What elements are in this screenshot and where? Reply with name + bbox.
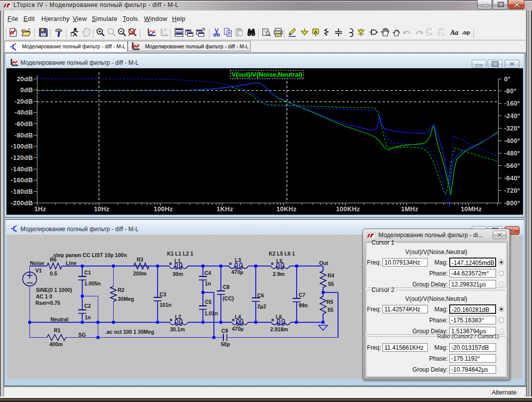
svg-text:55: 55 — [328, 281, 334, 287]
svg-text:K1 L1 L2 1: K1 L1 L2 1 — [167, 251, 193, 257]
svg-text:30.1m: 30.1m — [170, 326, 185, 332]
svg-text:-40dB: -40dB — [14, 109, 33, 116]
svg-text:1Hz: 1Hz — [34, 205, 46, 213]
svg-text:.step param CC LIST 10p 100n: .step param CC LIST 10p 100n — [52, 252, 127, 258]
svg-text:-160°: -160° — [504, 100, 520, 107]
svg-text:L2: L2 — [175, 314, 181, 320]
svg-text:-320°: -320° — [504, 125, 520, 132]
svg-text:1MHz: 1MHz — [401, 205, 418, 213]
svg-text:10KHz: 10KHz — [276, 205, 297, 213]
svg-text:1n: 1n — [205, 280, 211, 286]
svg-text:101n: 101n — [160, 302, 172, 308]
svg-text:V1: V1 — [35, 268, 42, 273]
svg-text:-200dB: -200dB — [10, 199, 33, 207]
svg-text:L4: L4 — [235, 314, 241, 320]
svg-text:L1: L1 — [175, 258, 180, 264]
svg-text:200m: 200m — [133, 270, 147, 276]
svg-text:R3: R3 — [137, 257, 144, 263]
svg-text:0.5: 0.5 — [50, 270, 57, 276]
svg-text:R2: R2 — [118, 287, 125, 293]
svg-text:-80°: -80° — [504, 87, 517, 95]
svg-text:Rser=0.75: Rser=0.75 — [35, 300, 60, 306]
svg-text:K2 L5 L6 1: K2 L5 L6 1 — [269, 251, 295, 257]
svg-text:C1: C1 — [84, 269, 91, 275]
svg-text:-180dB: -180dB — [10, 188, 33, 195]
svg-text:30Meg: 30Meg — [118, 296, 134, 302]
svg-text:2.918m: 2.918m — [270, 326, 288, 332]
svg-text:1.005n: 1.005n — [84, 280, 101, 286]
svg-text:C9: C9 — [221, 328, 228, 334]
svg-text:C2: C2 — [84, 303, 91, 309]
svg-text:470µ: 470µ — [232, 326, 244, 332]
svg-text:100KHz: 100KHz — [336, 205, 360, 213]
svg-text:SINE(0 1 1000): SINE(0 1 1000) — [36, 287, 72, 293]
svg-text:L5: L5 — [276, 258, 282, 264]
svg-text:20dB: 20dB — [16, 75, 33, 83]
svg-text:-560°: -560° — [504, 162, 520, 169]
svg-text:C8: C8 — [223, 284, 230, 290]
svg-text:C4: C4 — [204, 270, 211, 276]
svg-text:-400°: -400° — [504, 137, 520, 144]
svg-text:Neutral: Neutral — [50, 316, 68, 322]
svg-text:400m: 400m — [49, 341, 63, 347]
svg-text:0dB: 0dB — [20, 86, 33, 94]
svg-text:C6: C6 — [257, 292, 264, 298]
svg-text:R4: R4 — [328, 272, 335, 278]
svg-text:-60dB: -60dB — [14, 120, 33, 128]
svg-text:.ac oct 100 1 30Meg: .ac oct 100 1 30Meg — [105, 329, 154, 335]
svg-text:1n: 1n — [85, 314, 91, 320]
svg-text:-160dB: -160dB — [10, 176, 33, 184]
svg-text:2.9m: 2.9m — [273, 271, 285, 277]
svg-text:-800°: -800° — [504, 199, 520, 207]
svg-text:0°: 0° — [504, 75, 511, 83]
svg-text:V(out)/V(Noise,Neutral): V(out)/V(Noise,Neutral) — [231, 71, 302, 78]
svg-text:SG: SG — [78, 332, 86, 338]
svg-text:{CC}: {CC} — [222, 295, 234, 301]
svg-text:55: 55 — [328, 307, 334, 313]
svg-text:C3: C3 — [160, 291, 167, 297]
svg-text:L6: L6 — [276, 314, 282, 320]
svg-text:A: A — [314, 29, 318, 34]
svg-text:470µ: 470µ — [231, 269, 243, 275]
svg-text:100Hz: 100Hz — [154, 205, 173, 213]
svg-text:C7: C7 — [299, 292, 306, 298]
svg-text:AC 1 0: AC 1 0 — [36, 293, 52, 299]
svg-text:-80dB: -80dB — [14, 132, 33, 139]
svg-text:R1: R1 — [54, 327, 61, 333]
svg-text:-140dB: -140dB — [10, 165, 33, 173]
svg-text:Aa: Aa — [450, 29, 458, 36]
svg-text:L3: L3 — [235, 257, 241, 263]
svg-text:-240°: -240° — [504, 112, 520, 120]
svg-text:30m: 30m — [173, 271, 183, 277]
svg-text:1KHz: 1KHz — [216, 205, 233, 213]
svg-text:-120dB: -120dB — [10, 154, 33, 161]
svg-text:-480°: -480° — [504, 149, 520, 157]
svg-text:-100dB: -100dB — [10, 142, 33, 150]
svg-text:.op: .op — [462, 29, 470, 35]
svg-text:2µ2: 2µ2 — [257, 303, 266, 309]
svg-text:10MHz: 10MHz — [461, 205, 482, 213]
svg-text:-640°: -640° — [504, 174, 520, 182]
svg-text:10Hz: 10Hz — [94, 205, 109, 213]
svg-text:R5: R5 — [327, 299, 334, 305]
svg-text:-20dB: -20dB — [14, 98, 33, 105]
svg-text:Out: Out — [319, 260, 329, 266]
svg-text:50p: 50p — [221, 341, 230, 347]
svg-text:C5: C5 — [205, 299, 212, 305]
svg-text:1.01n: 1.01n — [204, 310, 218, 316]
svg-text:Line: Line — [66, 260, 77, 266]
svg-text:99n: 99n — [299, 302, 308, 308]
svg-text:Noise: Noise — [30, 260, 44, 266]
svg-text:-720°: -720° — [504, 187, 520, 194]
